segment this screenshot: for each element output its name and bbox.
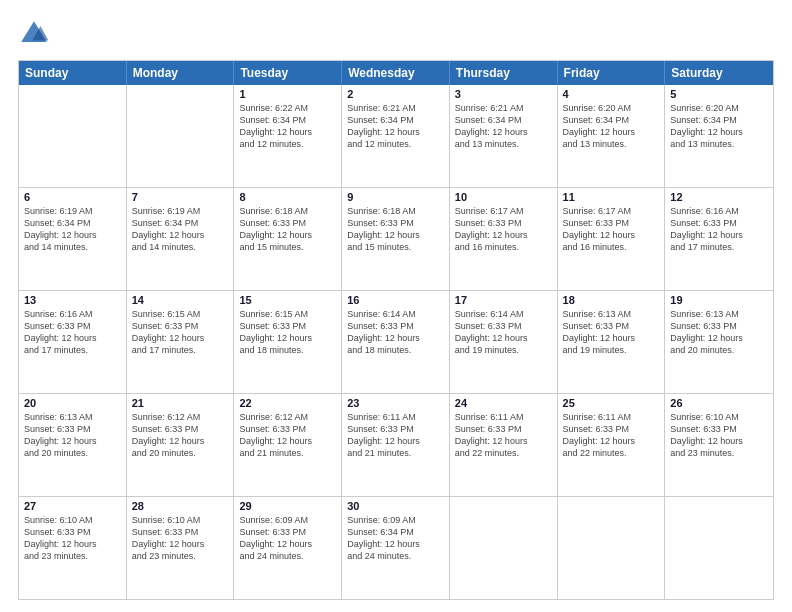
day-number: 27	[24, 500, 121, 512]
day-number: 3	[455, 88, 552, 100]
header	[18, 18, 774, 50]
day-number: 16	[347, 294, 444, 306]
day-info: Sunrise: 6:19 AM Sunset: 6:34 PM Dayligh…	[132, 205, 229, 254]
day-number: 17	[455, 294, 552, 306]
day-info: Sunrise: 6:11 AM Sunset: 6:33 PM Dayligh…	[563, 411, 660, 460]
calendar-cell: 16Sunrise: 6:14 AM Sunset: 6:33 PM Dayli…	[342, 291, 450, 393]
header-day-tuesday: Tuesday	[234, 61, 342, 85]
header-day-monday: Monday	[127, 61, 235, 85]
day-info: Sunrise: 6:13 AM Sunset: 6:33 PM Dayligh…	[563, 308, 660, 357]
calendar-cell: 4Sunrise: 6:20 AM Sunset: 6:34 PM Daylig…	[558, 85, 666, 187]
day-info: Sunrise: 6:12 AM Sunset: 6:33 PM Dayligh…	[132, 411, 229, 460]
day-info: Sunrise: 6:19 AM Sunset: 6:34 PM Dayligh…	[24, 205, 121, 254]
calendar-header: SundayMondayTuesdayWednesdayThursdayFrid…	[19, 61, 773, 85]
calendar-cell: 15Sunrise: 6:15 AM Sunset: 6:33 PM Dayli…	[234, 291, 342, 393]
day-number: 5	[670, 88, 768, 100]
day-number: 20	[24, 397, 121, 409]
calendar-cell: 30Sunrise: 6:09 AM Sunset: 6:34 PM Dayli…	[342, 497, 450, 599]
calendar-cell: 9Sunrise: 6:18 AM Sunset: 6:33 PM Daylig…	[342, 188, 450, 290]
calendar-row-1: 1Sunrise: 6:22 AM Sunset: 6:34 PM Daylig…	[19, 85, 773, 187]
day-info: Sunrise: 6:10 AM Sunset: 6:33 PM Dayligh…	[670, 411, 768, 460]
day-number: 24	[455, 397, 552, 409]
day-info: Sunrise: 6:15 AM Sunset: 6:33 PM Dayligh…	[239, 308, 336, 357]
day-info: Sunrise: 6:11 AM Sunset: 6:33 PM Dayligh…	[347, 411, 444, 460]
day-info: Sunrise: 6:11 AM Sunset: 6:33 PM Dayligh…	[455, 411, 552, 460]
day-number: 12	[670, 191, 768, 203]
calendar-row-4: 20Sunrise: 6:13 AM Sunset: 6:33 PM Dayli…	[19, 393, 773, 496]
calendar-cell: 19Sunrise: 6:13 AM Sunset: 6:33 PM Dayli…	[665, 291, 773, 393]
day-number: 30	[347, 500, 444, 512]
calendar-cell: 27Sunrise: 6:10 AM Sunset: 6:33 PM Dayli…	[19, 497, 127, 599]
day-number: 10	[455, 191, 552, 203]
calendar-cell: 6Sunrise: 6:19 AM Sunset: 6:34 PM Daylig…	[19, 188, 127, 290]
day-info: Sunrise: 6:17 AM Sunset: 6:33 PM Dayligh…	[455, 205, 552, 254]
page: SundayMondayTuesdayWednesdayThursdayFrid…	[0, 0, 792, 612]
day-info: Sunrise: 6:20 AM Sunset: 6:34 PM Dayligh…	[563, 102, 660, 151]
day-info: Sunrise: 6:16 AM Sunset: 6:33 PM Dayligh…	[670, 205, 768, 254]
day-number: 7	[132, 191, 229, 203]
day-info: Sunrise: 6:18 AM Sunset: 6:33 PM Dayligh…	[347, 205, 444, 254]
day-number: 9	[347, 191, 444, 203]
calendar-cell: 21Sunrise: 6:12 AM Sunset: 6:33 PM Dayli…	[127, 394, 235, 496]
day-number: 11	[563, 191, 660, 203]
calendar-cell: 28Sunrise: 6:10 AM Sunset: 6:33 PM Dayli…	[127, 497, 235, 599]
day-info: Sunrise: 6:09 AM Sunset: 6:34 PM Dayligh…	[347, 514, 444, 563]
calendar-cell: 24Sunrise: 6:11 AM Sunset: 6:33 PM Dayli…	[450, 394, 558, 496]
day-number: 18	[563, 294, 660, 306]
day-info: Sunrise: 6:14 AM Sunset: 6:33 PM Dayligh…	[347, 308, 444, 357]
day-number: 15	[239, 294, 336, 306]
day-info: Sunrise: 6:18 AM Sunset: 6:33 PM Dayligh…	[239, 205, 336, 254]
day-number: 6	[24, 191, 121, 203]
day-info: Sunrise: 6:13 AM Sunset: 6:33 PM Dayligh…	[670, 308, 768, 357]
day-info: Sunrise: 6:21 AM Sunset: 6:34 PM Dayligh…	[455, 102, 552, 151]
day-info: Sunrise: 6:13 AM Sunset: 6:33 PM Dayligh…	[24, 411, 121, 460]
header-day-friday: Friday	[558, 61, 666, 85]
calendar-cell	[127, 85, 235, 187]
calendar-cell: 5Sunrise: 6:20 AM Sunset: 6:34 PM Daylig…	[665, 85, 773, 187]
day-info: Sunrise: 6:09 AM Sunset: 6:33 PM Dayligh…	[239, 514, 336, 563]
day-number: 19	[670, 294, 768, 306]
header-day-saturday: Saturday	[665, 61, 773, 85]
calendar-cell: 25Sunrise: 6:11 AM Sunset: 6:33 PM Dayli…	[558, 394, 666, 496]
day-number: 4	[563, 88, 660, 100]
day-number: 26	[670, 397, 768, 409]
day-number: 22	[239, 397, 336, 409]
calendar-cell: 17Sunrise: 6:14 AM Sunset: 6:33 PM Dayli…	[450, 291, 558, 393]
day-number: 2	[347, 88, 444, 100]
calendar-cell	[450, 497, 558, 599]
day-number: 23	[347, 397, 444, 409]
day-number: 13	[24, 294, 121, 306]
header-day-sunday: Sunday	[19, 61, 127, 85]
calendar: SundayMondayTuesdayWednesdayThursdayFrid…	[18, 60, 774, 600]
calendar-cell	[665, 497, 773, 599]
calendar-cell: 7Sunrise: 6:19 AM Sunset: 6:34 PM Daylig…	[127, 188, 235, 290]
day-info: Sunrise: 6:16 AM Sunset: 6:33 PM Dayligh…	[24, 308, 121, 357]
day-number: 29	[239, 500, 336, 512]
day-number: 14	[132, 294, 229, 306]
day-info: Sunrise: 6:10 AM Sunset: 6:33 PM Dayligh…	[24, 514, 121, 563]
day-number: 8	[239, 191, 336, 203]
calendar-cell: 2Sunrise: 6:21 AM Sunset: 6:34 PM Daylig…	[342, 85, 450, 187]
day-number: 21	[132, 397, 229, 409]
calendar-cell: 22Sunrise: 6:12 AM Sunset: 6:33 PM Dayli…	[234, 394, 342, 496]
calendar-cell: 11Sunrise: 6:17 AM Sunset: 6:33 PM Dayli…	[558, 188, 666, 290]
day-number: 1	[239, 88, 336, 100]
day-info: Sunrise: 6:15 AM Sunset: 6:33 PM Dayligh…	[132, 308, 229, 357]
day-info: Sunrise: 6:17 AM Sunset: 6:33 PM Dayligh…	[563, 205, 660, 254]
day-info: Sunrise: 6:12 AM Sunset: 6:33 PM Dayligh…	[239, 411, 336, 460]
header-day-wednesday: Wednesday	[342, 61, 450, 85]
day-info: Sunrise: 6:14 AM Sunset: 6:33 PM Dayligh…	[455, 308, 552, 357]
calendar-cell	[558, 497, 666, 599]
calendar-cell: 8Sunrise: 6:18 AM Sunset: 6:33 PM Daylig…	[234, 188, 342, 290]
calendar-cell: 13Sunrise: 6:16 AM Sunset: 6:33 PM Dayli…	[19, 291, 127, 393]
day-info: Sunrise: 6:22 AM Sunset: 6:34 PM Dayligh…	[239, 102, 336, 151]
calendar-cell: 12Sunrise: 6:16 AM Sunset: 6:33 PM Dayli…	[665, 188, 773, 290]
day-info: Sunrise: 6:21 AM Sunset: 6:34 PM Dayligh…	[347, 102, 444, 151]
calendar-row-3: 13Sunrise: 6:16 AM Sunset: 6:33 PM Dayli…	[19, 290, 773, 393]
calendar-cell: 14Sunrise: 6:15 AM Sunset: 6:33 PM Dayli…	[127, 291, 235, 393]
calendar-cell: 20Sunrise: 6:13 AM Sunset: 6:33 PM Dayli…	[19, 394, 127, 496]
calendar-cell: 10Sunrise: 6:17 AM Sunset: 6:33 PM Dayli…	[450, 188, 558, 290]
calendar-cell: 23Sunrise: 6:11 AM Sunset: 6:33 PM Dayli…	[342, 394, 450, 496]
logo-icon	[18, 18, 50, 50]
day-number: 28	[132, 500, 229, 512]
